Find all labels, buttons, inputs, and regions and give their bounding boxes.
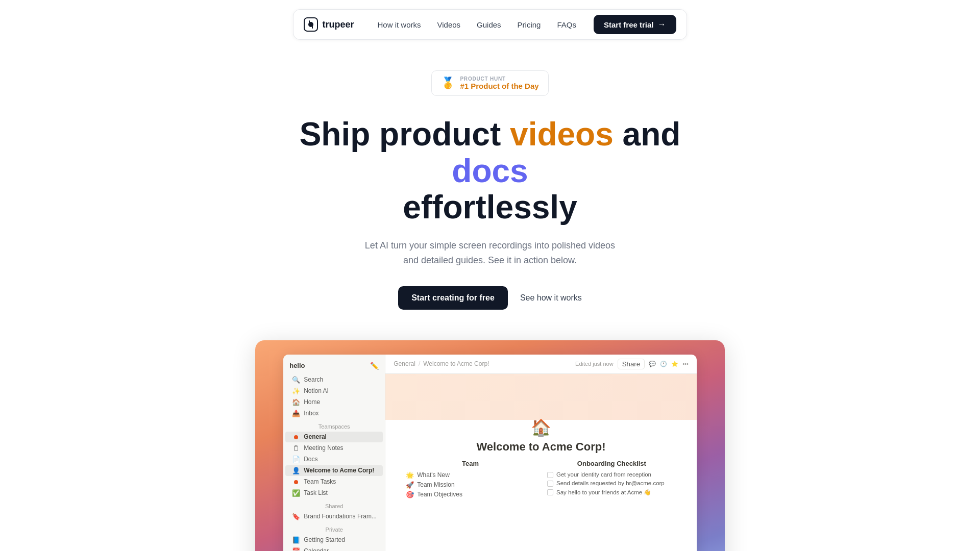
logo-text: trupeer (322, 19, 354, 30)
nav-links: How it works Videos Guides Pricing FAQs (370, 17, 583, 32)
headline-part2: and (614, 116, 681, 153)
sidebar-item-general[interactable]: General (285, 432, 383, 442)
sidebar-item-home[interactable]: 🏠 Home (285, 397, 383, 408)
team-item-objectives: 🎯 Team Objectives (406, 490, 535, 499)
checkbox-1[interactable] (547, 472, 553, 478)
checklist-column: Onboarding Checklist Get your identity c… (547, 460, 676, 499)
page-content: 🏠 Welcome to Acme Corp! Team 🌟 What's Ne… (385, 420, 697, 508)
sidebar-workspace-name: hello (289, 362, 305, 369)
hero-section: 🥇 PRODUCT HUNT #1 Product of the Day Shi… (0, 40, 980, 551)
headline-videos: videos (510, 116, 614, 153)
team-item-whats-new: 🌟 What's New (406, 470, 535, 480)
sidebar-header: hello ✏️ (283, 360, 385, 374)
sidebar-item-meeting-notes[interactable]: 🗒 Meeting Notes (285, 443, 383, 454)
sidebar-item-task-list[interactable]: ✅ Task List (285, 488, 383, 498)
notion-window: hello ✏️ 🔍 Search ✨ Notion AI 🏠 Home 📥 (283, 355, 697, 551)
shared-label: Shared (283, 499, 385, 511)
nav-container: trupeer How it works Videos Guides Prici… (293, 9, 687, 40)
logo-icon (304, 17, 318, 32)
nav-how-it-works[interactable]: How it works (370, 17, 428, 32)
search-icon: 🔍 (291, 376, 301, 384)
star-emoji: 🌟 (406, 471, 414, 479)
share-button[interactable]: Share (618, 359, 645, 369)
page-title: Welcome to Acme Corp! (406, 440, 676, 454)
breadcrumb-general: General (394, 360, 415, 367)
cta-row: Start creating for free See how it works (398, 286, 582, 310)
team-column: Team 🌟 What's New 🚀 Team Mission 🎯 (406, 460, 535, 499)
product-hunt-badge: 🥇 PRODUCT HUNT #1 Product of the Day (431, 70, 548, 96)
sidebar-item-calendar[interactable]: 📅 Calendar (285, 546, 383, 551)
page-cover (385, 374, 697, 420)
sidebar-item-welcome[interactable]: 👤 Welcome to Acme Corp! (285, 465, 383, 476)
sidebar-item-notion-ai[interactable]: ✨ Notion AI (285, 386, 383, 396)
clock-icon[interactable]: 🕐 (660, 361, 667, 367)
comment-icon[interactable]: 💬 (649, 361, 656, 367)
ph-title: #1 Product of the Day (460, 82, 538, 90)
notion-main-content: General / Welcome to Acme Corp! Edited j… (385, 355, 697, 551)
book-icon: 📘 (291, 536, 301, 544)
main-headline: Ship product videos and docs effortlessl… (286, 116, 694, 226)
content-columns: Team 🌟 What's New 🚀 Team Mission 🎯 (406, 460, 676, 499)
headline-docs: docs (452, 153, 528, 189)
inbox-icon: 📥 (291, 410, 301, 417)
page-emoji: 🏠 (406, 418, 676, 437)
start-creating-button[interactable]: Start creating for free (398, 286, 508, 310)
edited-label: Edited just now (575, 361, 614, 367)
demo-container: hello ✏️ 🔍 Search ✨ Notion AI 🏠 Home 📥 (255, 340, 725, 551)
rocket-emoji: 🚀 (406, 481, 414, 489)
bookmark-icon: 🔖 (291, 513, 301, 520)
ai-icon: ✨ (291, 387, 301, 395)
docs-icon: 📄 (291, 456, 301, 463)
breadcrumb-page: Welcome to Acme Corp! (423, 360, 489, 367)
teamspaces-label: Teamspaces (283, 419, 385, 431)
more-icon[interactable]: ••• (682, 361, 689, 367)
private-label: Private (283, 522, 385, 534)
star-icon[interactable]: ⭐ (671, 361, 678, 367)
navbar: trupeer How it works Videos Guides Prici… (0, 0, 980, 40)
sidebar-item-getting-started[interactable]: 📘 Getting Started (285, 535, 383, 545)
nav-guides[interactable]: Guides (470, 17, 508, 32)
sidebar-item-team-tasks[interactable]: Team Tasks (285, 477, 383, 487)
meeting-icon: 🗒 (291, 444, 301, 452)
sidebar-item-brand-foundations[interactable]: 🔖 Brand Foundations Fram... (285, 511, 383, 522)
notion-topbar: General / Welcome to Acme Corp! Edited j… (385, 355, 697, 374)
checkbox-3[interactable] (547, 489, 553, 495)
edit-icon[interactable]: ✏️ (370, 362, 379, 370)
user-icon: 👤 (291, 467, 301, 474)
arrow-icon: → (658, 20, 666, 29)
svg-rect-3 (312, 26, 313, 29)
headline-part1: Ship product (300, 116, 510, 153)
checklist-item-3: Say hello to your friends at Acme 👋 (547, 488, 676, 497)
nav-videos[interactable]: Videos (430, 17, 468, 32)
target-emoji: 🎯 (406, 491, 414, 498)
svg-rect-2 (309, 20, 310, 23)
checklist-header: Onboarding Checklist (547, 460, 676, 467)
nav-cta-label: Start free trial (604, 20, 654, 29)
home-icon: 🏠 (291, 398, 301, 406)
ph-badge-text: PRODUCT HUNT #1 Product of the Day (460, 76, 538, 90)
checklist-item-2: Send details requested by hr@acme.corp (547, 479, 676, 488)
ph-label: PRODUCT HUNT (460, 76, 506, 82)
start-free-trial-button[interactable]: Start free trial → (594, 15, 676, 34)
see-how-it-works-button[interactable]: See how it works (520, 293, 582, 303)
medal-icon: 🥇 (441, 77, 455, 90)
nav-faqs[interactable]: FAQs (550, 17, 583, 32)
sidebar-item-inbox[interactable]: 📥 Inbox (285, 408, 383, 419)
nav-pricing[interactable]: Pricing (510, 17, 548, 32)
sidebar-item-search[interactable]: 🔍 Search (285, 374, 383, 385)
topbar-actions: Edited just now Share 💬 🕐 ⭐ ••• (575, 359, 689, 369)
checklist-item-1: Get your identity card from reception (547, 470, 676, 479)
checkbox-2[interactable] (547, 481, 553, 487)
check-icon: ✅ (291, 489, 301, 497)
breadcrumb: General / Welcome to Acme Corp! (394, 360, 489, 367)
notion-sidebar: hello ✏️ 🔍 Search ✨ Notion AI 🏠 Home 📥 (283, 355, 385, 551)
subheadline: Let AI turn your simple screen recording… (357, 238, 623, 268)
headline-part3: effortlessly (403, 189, 577, 226)
calendar-icon: 📅 (291, 547, 301, 551)
team-header: Team (406, 460, 535, 467)
sidebar-item-docs[interactable]: 📄 Docs (285, 454, 383, 465)
logo-link[interactable]: trupeer (304, 17, 354, 32)
team-item-mission: 🚀 Team Mission (406, 480, 535, 490)
